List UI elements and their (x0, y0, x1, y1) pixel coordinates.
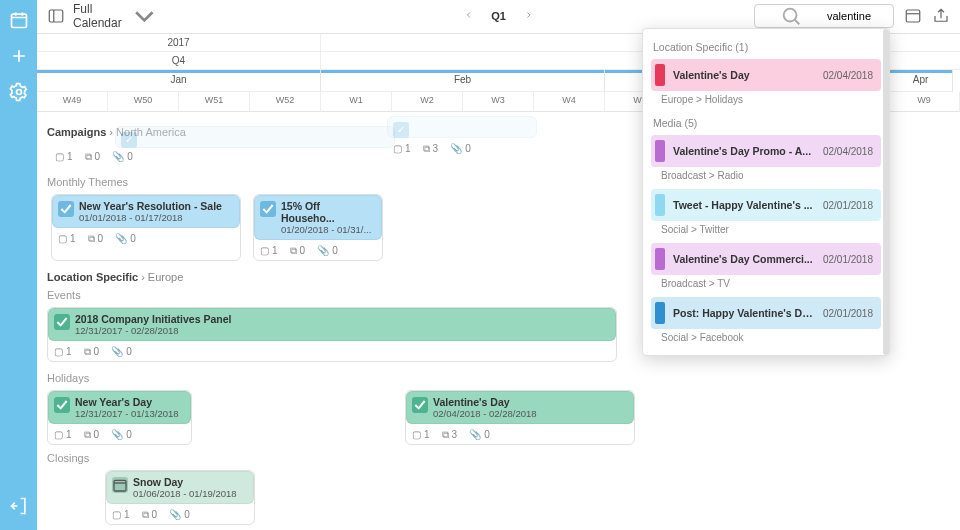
week-cell[interactable]: W1 (321, 92, 392, 112)
checkbox-icon[interactable]: ✓ (121, 132, 137, 148)
result-date: 02/01/2018 (823, 200, 873, 211)
result-date: 02/04/2018 (823, 70, 873, 81)
card-container: 15% Off Househo... 01/20/2018 - 01/31/..… (253, 194, 383, 261)
color-swatch (655, 64, 665, 86)
card-container: 2018 Company Initiatives Panel 12/31/201… (47, 307, 617, 362)
svg-rect-2 (49, 10, 63, 22)
view-selector[interactable]: Full Calendar (73, 0, 160, 33)
holiday-card-vday[interactable]: Valentine's Day 02/04/2018 - 02/28/2018 (406, 391, 634, 424)
result-title: Valentine's Day (673, 69, 815, 81)
next-period-button[interactable] (524, 10, 534, 22)
dropdown-group-label: Location Specific (1) (643, 37, 889, 59)
checkbox-icon[interactable] (54, 314, 70, 330)
search-icon (761, 5, 821, 27)
plus-icon[interactable] (9, 46, 29, 66)
checkbox-icon[interactable] (412, 397, 428, 413)
svg-rect-5 (114, 480, 126, 491)
search-results-dropdown: Location Specific (1)Valentine's Day02/0… (642, 28, 890, 356)
layout-icon[interactable] (904, 7, 922, 25)
result-date: 02/01/2018 (823, 254, 873, 265)
search-input-wrap[interactable] (754, 4, 894, 28)
attach-count: 📎 0 (112, 151, 133, 162)
week-cell[interactable]: W9 (889, 92, 960, 112)
month-cell[interactable]: Feb (321, 70, 605, 92)
checkbox-icon[interactable] (260, 201, 276, 217)
result-title: Valentine's Day Commerci... (673, 253, 815, 265)
week-cell[interactable]: W2 (392, 92, 463, 112)
result-date: 02/04/2018 (823, 146, 873, 157)
campaign-card-faded[interactable]: ✓ (115, 126, 395, 148)
view-label: Full Calendar (73, 2, 122, 30)
result-breadcrumb: Europe > Holidays (661, 94, 871, 105)
week-cell[interactable]: W4 (534, 92, 605, 112)
dropdown-group-label: Media (5) (643, 113, 889, 135)
theme-card-nyresolution[interactable]: New Year's Resolution - Sale 01/01/2018 … (52, 195, 240, 228)
theme-card-household[interactable]: 15% Off Househo... 01/20/2018 - 01/31/..… (254, 195, 382, 240)
share-icon[interactable] (932, 7, 950, 25)
week-cell[interactable]: W51 (179, 92, 250, 112)
quarter-label: Q4 (37, 52, 321, 69)
week-cell[interactable]: W52 (250, 92, 321, 112)
checkbox-icon[interactable] (58, 201, 74, 217)
gear-icon[interactable] (9, 82, 29, 102)
color-swatch (655, 302, 665, 324)
result-title: Post: Happy Valentine's Da... (673, 307, 815, 319)
svg-rect-4 (906, 10, 920, 22)
result-title: Valentine's Day Promo - A... (673, 145, 815, 157)
card-container: New Year's Resolution - Sale 01/01/2018 … (51, 194, 241, 261)
search-result-item[interactable]: Valentine's Day02/04/2018 (651, 59, 881, 91)
result-breadcrumb: Broadcast > TV (661, 278, 871, 289)
checkbox-icon[interactable]: ✓ (393, 122, 409, 138)
exit-icon[interactable] (9, 496, 29, 516)
result-title: Tweet - Happy Valentine's ... (673, 199, 815, 211)
main-area: Full Calendar Q1 2017 Q4 (37, 0, 960, 530)
period-label: Q1 (491, 10, 506, 22)
year-label: 2017 (37, 34, 321, 51)
color-swatch (655, 140, 665, 162)
checkbox-icon[interactable] (54, 397, 70, 413)
card-container: New Year's Day 12/31/2017 - 01/13/2018 ▢… (47, 390, 192, 445)
card-container: Valentine's Day 02/04/2018 - 02/28/2018 … (405, 390, 635, 445)
svg-point-3 (784, 9, 797, 22)
search-result-item[interactable]: Post: Happy Valentine's Da...02/01/2018 (651, 297, 881, 329)
search-result-item[interactable]: Valentine's Day Promo - A...02/04/2018 (651, 135, 881, 167)
links-count: ⧉ 0 (85, 151, 101, 163)
closing-card-snow[interactable]: Snow Day 01/06/2018 - 01/19/2018 (106, 471, 254, 504)
month-cell[interactable]: Jan (37, 70, 321, 92)
prev-period-button[interactable] (463, 10, 473, 22)
color-swatch (655, 248, 665, 270)
calendar-icon[interactable] (9, 10, 29, 30)
left-rail (0, 0, 37, 530)
docs-count: ▢ 1 (55, 151, 73, 162)
week-cell[interactable]: W50 (108, 92, 179, 112)
search-input[interactable] (827, 10, 887, 22)
sidebar-toggle-icon[interactable] (47, 7, 65, 25)
result-breadcrumb: Social > Twitter (661, 224, 871, 235)
week-cell[interactable]: W49 (37, 92, 108, 112)
campaign-card-faded[interactable]: ✓ (387, 116, 537, 138)
result-breadcrumb: Social > Facebook (661, 332, 871, 343)
svg-rect-0 (11, 14, 26, 27)
svg-point-1 (16, 90, 21, 95)
event-card-initiatives-eu[interactable]: 2018 Company Initiatives Panel 12/31/201… (48, 308, 616, 341)
result-date: 02/01/2018 (823, 308, 873, 319)
section-header[interactable]: Holidays (47, 372, 952, 384)
color-swatch (655, 194, 665, 216)
search-result-item[interactable]: Tweet - Happy Valentine's ...02/01/2018 (651, 189, 881, 221)
search-result-item[interactable]: Valentine's Day Commerci...02/01/2018 (651, 243, 881, 275)
calendar-icon (112, 477, 128, 493)
period-nav: Q1 (463, 10, 534, 22)
month-cell[interactable]: Apr (889, 70, 953, 92)
holiday-card-nyday[interactable]: New Year's Day 12/31/2017 - 01/13/2018 (48, 391, 191, 424)
section-header[interactable]: Closings (47, 452, 952, 464)
result-breadcrumb: Broadcast > Radio (661, 170, 871, 181)
week-cell[interactable]: W3 (463, 92, 534, 112)
card-container: Snow Day 01/06/2018 - 01/19/2018 ▢ 1⧉ 0📎… (105, 470, 255, 525)
meta-strip: ▢ 1 ⧉ 3 📎 0 (387, 140, 537, 158)
